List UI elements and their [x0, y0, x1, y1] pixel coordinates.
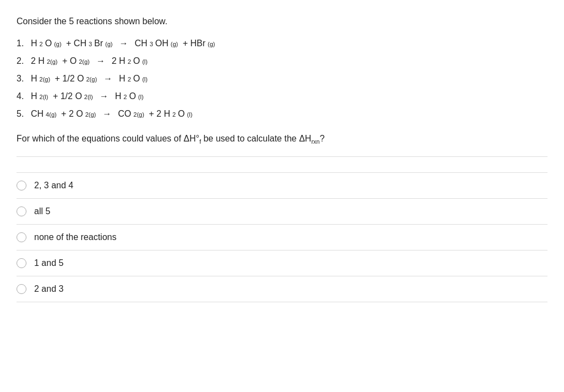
- option-2-and-3[interactable]: 2 and 3: [17, 276, 547, 302]
- option-none-of-the-reactions[interactable]: none of the reactions: [17, 225, 547, 251]
- option-label-1-and-5: 1 and 5: [34, 258, 63, 268]
- reaction-3: 3. H2(g) + 1/2 O2(g) → H2O(l): [17, 74, 547, 84]
- reaction-3-arrow: →: [104, 74, 112, 84]
- reaction-4-number: 4.: [17, 91, 28, 101]
- option-all-5[interactable]: all 5: [17, 199, 547, 225]
- options-list: 2, 3 and 4 all 5 none of the reactions 1…: [17, 172, 547, 302]
- reaction-5-arrow: →: [102, 109, 111, 119]
- reaction-3-equation: H2(g) + 1/2 O2(g) → H2O(l): [31, 74, 148, 84]
- question-header: Consider the 5 reactions shown below.: [17, 17, 547, 26]
- option-label-2-3-and-4: 2, 3 and 4: [34, 181, 73, 190]
- reaction-1: 1. H2O(g) + CH3Br(g) → CH3OH(g) + HBr(g): [17, 39, 547, 48]
- radio-none[interactable]: [17, 232, 26, 242]
- reactions-list: 1. H2O(g) + CH3Br(g) → CH3OH(g) + HBr(g)…: [17, 39, 547, 119]
- reaction-2: 2. 2 H2(g) + O2(g) → 2 H2O(l): [17, 56, 547, 66]
- radio-all-5[interactable]: [17, 206, 26, 216]
- option-label-2-and-3: 2 and 3: [34, 284, 63, 294]
- reaction-5-number: 5.: [17, 109, 28, 119]
- reaction-3-number: 3.: [17, 74, 28, 84]
- reaction-4: 4. H2(l) + 1/2 O2(l) → H2O(l): [17, 91, 547, 101]
- question-text: For which of the equations could values …: [17, 132, 547, 157]
- reaction-5: 5. CH4(g) + 2 O2(g) → CO2(g) + 2 H2O(l): [17, 109, 547, 119]
- radio-1-and-5[interactable]: [17, 258, 26, 268]
- reaction-2-number: 2.: [17, 56, 28, 66]
- option-2-3-and-4[interactable]: 2, 3 and 4: [17, 172, 547, 199]
- option-label-all-5: all 5: [34, 206, 50, 216]
- radio-2-and-3[interactable]: [17, 284, 26, 294]
- option-1-and-5[interactable]: 1 and 5: [17, 251, 547, 276]
- reaction-2-equation: 2 H2(g) + O2(g) → 2 H2O(l): [31, 56, 148, 66]
- reaction-4-arrow: →: [100, 91, 109, 101]
- radio-2-3-and-4[interactable]: [17, 181, 26, 190]
- option-label-none: none of the reactions: [34, 232, 116, 242]
- reaction-1-arrow: →: [120, 39, 128, 48]
- reaction-1-equation: H2O(g) + CH3Br(g) → CH3OH(g) + HBr(g): [31, 39, 215, 48]
- reaction-4-equation: H2(l) + 1/2 O2(l) → H2O(l): [31, 91, 144, 101]
- reaction-5-equation: CH4(g) + 2 O2(g) → CO2(g) + 2 H2O(l): [31, 109, 192, 119]
- reaction-2-arrow: →: [96, 56, 105, 66]
- reaction-1-number: 1.: [17, 39, 28, 48]
